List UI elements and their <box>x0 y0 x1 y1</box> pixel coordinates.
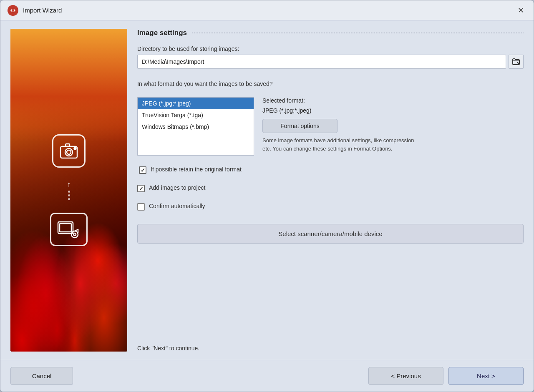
main-content: ↑ <box>0 20 534 360</box>
browse-button[interactable] <box>509 55 524 69</box>
arrow-up-icon: ↑ <box>67 180 71 189</box>
format-item-jpeg[interactable]: JPEG (*.jpg;*.jpeg) <box>138 98 254 109</box>
format-right: Selected format: JPEG (*.jpg;*.jpeg) For… <box>262 97 524 153</box>
import-wizard-window: Import Wizard ✕ ↑ <box>0 0 534 392</box>
section-divider <box>192 33 524 33</box>
title-bar: Import Wizard ✕ <box>0 0 534 20</box>
format-item-tga[interactable]: TrueVision Targa (*.tga) <box>138 109 254 121</box>
svg-point-1 <box>12 9 14 12</box>
media-icon <box>56 217 81 242</box>
previous-button[interactable]: < Previous <box>368 367 443 385</box>
add-images-row: Add images to project <box>137 184 524 192</box>
dot3 <box>68 198 70 200</box>
selected-format-label: Selected format: <box>262 97 524 104</box>
scanner-button[interactable]: Select scanner/camera/mobile device <box>137 224 524 244</box>
window-title: Import Wizard <box>23 7 514 14</box>
confirm-auto-label: Confirm automatically <box>149 202 205 211</box>
directory-field: Directory to be used for storing images: <box>137 45 524 69</box>
section-title: Image settings <box>137 29 187 37</box>
format-options-button[interactable]: Format options <box>262 119 338 133</box>
retain-format-label: If possible retain the original format <box>151 166 242 174</box>
confirm-auto-row: Confirm automatically <box>137 202 524 211</box>
add-images-label: Add images to project <box>149 184 205 192</box>
arrow-dots: ↑ <box>67 180 71 200</box>
svg-rect-5 <box>65 144 70 146</box>
cancel-button[interactable]: Cancel <box>10 367 73 385</box>
camera-icon <box>58 141 79 161</box>
svg-point-10 <box>73 233 76 236</box>
format-area: JPEG (*.jpg;*.jpeg) TrueVision Targa (*.… <box>137 97 524 156</box>
icons-overlay: ↑ <box>10 29 127 352</box>
next-button[interactable]: Next > <box>448 367 524 385</box>
format-item-bmp[interactable]: Windows Bitmaps (*.bmp) <box>138 121 254 133</box>
selected-format-value: JPEG (*.jpg;*.jpeg) <box>262 107 524 114</box>
dot2 <box>68 194 70 196</box>
nav-buttons: < Previous Next > <box>368 367 524 385</box>
svg-point-3 <box>65 148 73 156</box>
close-button[interactable]: ✕ <box>514 4 527 17</box>
app-logo <box>7 5 19 16</box>
format-question: In what format do you want the images to… <box>137 80 524 87</box>
svg-point-4 <box>67 150 71 154</box>
media-icon-box <box>50 213 88 246</box>
dot1 <box>68 191 70 193</box>
format-list: JPEG (*.jpg;*.jpeg) TrueVision Targa (*.… <box>137 97 254 156</box>
retain-format-row: If possible retain the original format <box>139 166 524 174</box>
bottom-bar: Cancel < Previous Next > <box>0 360 534 392</box>
confirm-auto-checkbox[interactable] <box>137 203 145 211</box>
directory-input[interactable] <box>137 55 506 69</box>
left-panel: ↑ <box>10 29 127 352</box>
directory-label: Directory to be used for storing images: <box>137 45 524 52</box>
right-panel: Image settings Directory to be used for … <box>137 29 524 352</box>
section-header: Image settings <box>137 29 524 37</box>
svg-point-6 <box>74 148 76 150</box>
directory-row <box>137 55 524 69</box>
retain-format-checkbox[interactable] <box>139 166 146 174</box>
folder-icon <box>512 58 520 66</box>
svg-rect-8 <box>60 224 71 232</box>
add-images-checkbox[interactable] <box>137 185 145 192</box>
svg-point-9 <box>71 231 78 238</box>
camera-icon-box <box>52 134 86 168</box>
hint-text: Click "Next" to continue. <box>137 338 524 352</box>
format-hint: Some image formats have additional setti… <box>262 136 421 153</box>
